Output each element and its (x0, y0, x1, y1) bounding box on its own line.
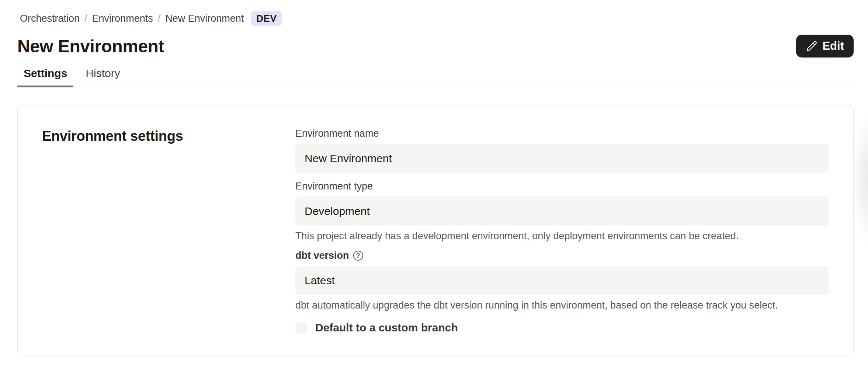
environment-name-label: Environment name (295, 128, 379, 140)
environment-settings-card: Environment settings Environment name Ne… (17, 105, 854, 356)
environment-type-field: Environment type Development This projec… (295, 180, 829, 242)
custom-branch-row: Default to a custom branch (295, 321, 829, 334)
dev-environment-badge: DEV (251, 11, 282, 26)
environment-settings-page: Orchestration / Environments / New Envir… (0, 11, 868, 356)
environment-settings-form: Environment name New Environment Environ… (295, 105, 853, 356)
breadcrumb-environments[interactable]: Environments (92, 13, 153, 24)
dbt-version-label: dbt version (295, 250, 349, 262)
breadcrumb: Orchestration / Environments / New Envir… (20, 11, 854, 26)
edit-button-label: Edit (822, 39, 844, 53)
dbt-version-field: dbt version ? Latest dbt automatically u… (295, 250, 829, 311)
breadcrumb-separator: / (158, 13, 161, 24)
dbt-version-select[interactable]: Latest (295, 266, 829, 295)
help-icon[interactable]: ? (353, 251, 363, 261)
tab-bar: Settings History (17, 63, 854, 87)
environment-type-label: Environment type (295, 180, 373, 192)
tab-history[interactable]: History (79, 63, 126, 87)
breadcrumb-new-environment: New Environment (165, 13, 244, 24)
environment-type-helper-text: This project already has a development e… (295, 230, 829, 242)
page-header: New Environment Edit (17, 35, 854, 58)
breadcrumb-separator: / (84, 13, 87, 24)
environment-name-field: Environment name New Environment (295, 128, 829, 173)
tab-settings[interactable]: Settings (17, 63, 73, 87)
custom-branch-label: Default to a custom branch (315, 321, 458, 334)
pencil-icon (806, 40, 817, 52)
custom-branch-checkbox[interactable] (295, 322, 307, 334)
dbt-version-helper-text: dbt automatically upgrades the dbt versi… (295, 299, 829, 311)
section-heading: Environment settings (42, 128, 295, 144)
edit-button[interactable]: Edit (796, 35, 854, 58)
environment-type-select[interactable]: Development (295, 196, 829, 226)
breadcrumb-orchestration[interactable]: Orchestration (20, 13, 80, 24)
page-title: New Environment (17, 36, 164, 56)
environment-name-input[interactable]: New Environment (295, 144, 829, 173)
